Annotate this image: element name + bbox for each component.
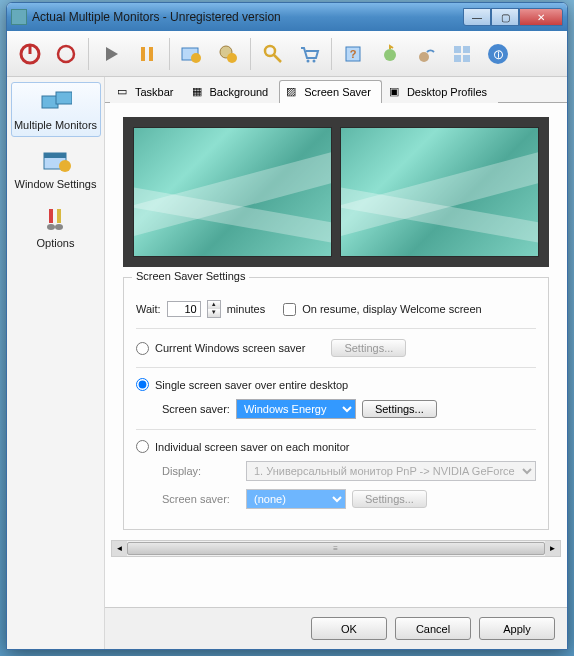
feedback-icon[interactable]	[409, 35, 443, 73]
horizontal-scrollbar[interactable]: ◄ ≡ ►	[111, 540, 561, 557]
wait-unit: minutes	[227, 303, 266, 315]
help-icon[interactable]: ?	[337, 35, 371, 73]
svg-text:?: ?	[350, 48, 357, 60]
svg-rect-20	[454, 55, 461, 62]
sidebar: Multiple Monitors Window Settings Option…	[7, 77, 105, 649]
ok-button[interactable]: OK	[311, 617, 387, 640]
window-settings-icon	[40, 147, 72, 175]
tab-taskbar[interactable]: ▭Taskbar	[110, 80, 185, 103]
radio-current-windows[interactable]	[136, 342, 149, 355]
key-icon[interactable]	[256, 35, 290, 73]
sidebar-item-window-settings[interactable]: Window Settings	[11, 141, 101, 196]
screen-saver-label: Screen saver:	[162, 403, 230, 415]
tab-screen-saver[interactable]: ▨Screen Saver	[279, 80, 382, 103]
desktop-profiles-icon: ▣	[389, 85, 403, 99]
sidebar-item-multiple-monitors[interactable]: Multiple Monitors	[11, 82, 101, 137]
svg-rect-27	[44, 153, 66, 158]
group-title: Screen Saver Settings	[132, 270, 249, 282]
sidebar-item-label: Window Settings	[14, 178, 98, 190]
svg-rect-29	[49, 209, 53, 223]
svg-marker-3	[106, 47, 118, 61]
opt-single-label: Single screen saver over entire desktop	[155, 379, 348, 391]
config2-icon[interactable]	[211, 35, 245, 73]
svg-rect-19	[463, 46, 470, 53]
taskbar-icon: ▭	[117, 85, 131, 99]
sidebar-item-label: Multiple Monitors	[14, 119, 98, 131]
resume-checkbox[interactable]	[283, 303, 296, 316]
resume-label: On resume, display Welcome screen	[302, 303, 482, 315]
titlebar[interactable]: Actual Multiple Monitors - Unregistered …	[7, 3, 567, 31]
wait-input[interactable]	[167, 301, 201, 317]
svg-point-12	[307, 59, 310, 62]
ind-screen-saver-select[interactable]: (none)	[246, 489, 346, 509]
sidebar-item-options[interactable]: Options	[11, 200, 101, 255]
play-button[interactable]	[94, 35, 128, 73]
opt-individual-label: Individual screen saver on each monitor	[155, 441, 349, 453]
preview-monitor-1	[133, 127, 332, 257]
display-select[interactable]: 1. Универсальный монитор PnP -> NVIDIA G…	[246, 461, 536, 481]
support-icon[interactable]	[373, 35, 407, 73]
globe-icon[interactable]: ⓘ	[481, 35, 515, 73]
svg-rect-18	[454, 46, 461, 53]
app-icon	[11, 9, 27, 25]
settings-button-single[interactable]: Settings...	[362, 400, 437, 418]
svg-text:ⓘ: ⓘ	[494, 50, 503, 60]
radio-individual[interactable]	[136, 440, 149, 453]
grid-icon[interactable]	[445, 35, 479, 73]
window-title: Actual Multiple Monitors - Unregistered …	[32, 10, 463, 24]
settings-button-individual[interactable]: Settings...	[352, 490, 427, 508]
dialog-footer: OK Cancel Apply	[105, 607, 567, 649]
opt-current-label: Current Windows screen saver	[155, 342, 305, 354]
background-icon: ▦	[192, 85, 206, 99]
svg-rect-21	[463, 55, 470, 62]
close-button[interactable]: ✕	[519, 8, 563, 26]
svg-point-17	[419, 52, 429, 62]
config1-icon[interactable]	[175, 35, 209, 73]
sidebar-item-label: Options	[14, 237, 98, 249]
cart-icon[interactable]	[292, 35, 326, 73]
display-label: Display:	[162, 465, 240, 477]
wait-spinner[interactable]: ▲▼	[207, 300, 221, 318]
svg-point-9	[227, 53, 237, 63]
svg-point-16	[384, 49, 396, 61]
screen-saver-settings-group: Screen Saver Settings Wait: ▲▼ minutes O…	[123, 277, 549, 530]
svg-point-13	[313, 59, 316, 62]
ind-screen-saver-label: Screen saver:	[162, 493, 240, 505]
svg-rect-25	[56, 92, 72, 104]
svg-line-11	[273, 54, 281, 62]
toolbar: ? ⓘ	[7, 31, 567, 77]
preview-monitor-2	[340, 127, 539, 257]
minimize-button[interactable]: —	[463, 8, 491, 26]
svg-rect-4	[141, 47, 145, 61]
multiple-monitors-icon	[40, 88, 72, 116]
power-button[interactable]	[13, 35, 47, 73]
screen-saver-icon: ▨	[286, 85, 300, 99]
apply-button[interactable]: Apply	[479, 617, 555, 640]
cancel-button[interactable]: Cancel	[395, 617, 471, 640]
screen-saver-select[interactable]: Windows Energy	[236, 399, 356, 419]
settings-button-current[interactable]: Settings...	[331, 339, 406, 357]
svg-point-7	[191, 53, 201, 63]
tab-background[interactable]: ▦Background	[185, 80, 280, 103]
stop-button[interactable]	[49, 35, 83, 73]
screensaver-preview	[123, 117, 549, 267]
tabs: ▭Taskbar ▦Background ▨Screen Saver ▣Desk…	[105, 77, 567, 103]
svg-rect-30	[57, 209, 61, 223]
wait-label: Wait:	[136, 303, 161, 315]
maximize-button[interactable]: ▢	[491, 8, 519, 26]
svg-rect-5	[149, 47, 153, 61]
pause-button[interactable]	[130, 35, 164, 73]
svg-point-2	[58, 46, 74, 62]
svg-point-32	[55, 224, 63, 230]
tab-desktop-profiles[interactable]: ▣Desktop Profiles	[382, 80, 498, 103]
options-icon	[40, 206, 72, 234]
radio-single-screen-saver[interactable]	[136, 378, 149, 391]
svg-point-28	[59, 160, 71, 172]
app-window: Actual Multiple Monitors - Unregistered …	[6, 2, 568, 650]
svg-point-31	[47, 224, 55, 230]
